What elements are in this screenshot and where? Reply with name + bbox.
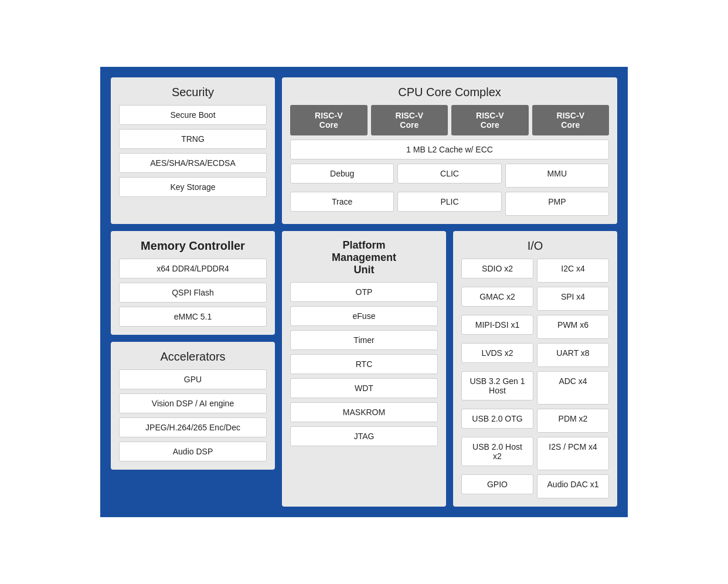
- io-item: SPI x4: [537, 287, 609, 311]
- security-item: TRNG: [119, 129, 267, 149]
- cpu-core-1: RISC-VCore: [290, 105, 368, 135]
- security-item: AES/SHA/RSA/ECDSA: [119, 153, 267, 173]
- io-item: UART x8: [537, 343, 609, 367]
- pmu-items: OTPeFuseTimerRTCWDTMASKROMJTAG: [290, 282, 438, 446]
- cpu-title: CPU Core Complex: [290, 86, 609, 99]
- cpu-pmp: PMP: [505, 192, 609, 216]
- memory-block: Memory Controller x64 DDR4/LPDDR4QSPI Fl…: [111, 231, 275, 335]
- io-row: LVDS x2UART x8: [461, 343, 609, 367]
- io-row: USB 2.0 OTGPDM x2: [461, 409, 609, 433]
- io-item: GPIO: [461, 474, 533, 494]
- io-row: USB 2.0 Host x2I2S / PCM x4: [461, 437, 609, 470]
- io-item: Audio DAC x1: [537, 474, 609, 498]
- io-row: SDIO x2I2C x4: [461, 259, 609, 283]
- memory-item: x64 DDR4/LPDDR4: [119, 259, 267, 279]
- io-item: ADC x4: [537, 371, 609, 405]
- io-item: I2S / PCM x4: [537, 437, 609, 470]
- security-title: Security: [119, 86, 267, 99]
- cpu-clic: CLIC: [397, 164, 501, 184]
- io-items: SDIO x2I2C x4GMAC x2SPI x4MIPI-DSI x1PWM…: [461, 259, 609, 498]
- chip-diagram: Security Secure BootTRNGAES/SHA/RSA/ECDS…: [100, 67, 628, 517]
- pmu-item: WDT: [290, 378, 438, 398]
- pmu-title: PlatformManagementUnit: [290, 239, 438, 276]
- io-item: MIPI-DSI x1: [461, 315, 533, 335]
- accelerators-block: Accelerators GPUVision DSP / AI engineJP…: [111, 342, 275, 470]
- accelerator-item: Audio DSP: [119, 442, 267, 461]
- cpu-mmu: MMU: [505, 164, 609, 188]
- cpu-block: CPU Core Complex RISC-VCore RISC-VCore R…: [282, 77, 617, 224]
- cpu-core-4: RISC-VCore: [532, 105, 610, 135]
- cpu-debug: Debug: [290, 164, 394, 184]
- io-item: LVDS x2: [461, 343, 533, 363]
- cpu-core-2: RISC-VCore: [371, 105, 448, 135]
- pmu-item: eFuse: [290, 306, 438, 326]
- cpu-core-3: RISC-VCore: [451, 105, 529, 135]
- io-item: PWM x6: [537, 315, 609, 339]
- io-row: USB 3.2 Gen 1 HostADC x4: [461, 371, 609, 405]
- pmu-item: MASKROM: [290, 402, 438, 422]
- accelerator-items: GPUVision DSP / AI engineJPEG/H.264/265 …: [119, 369, 267, 461]
- io-item: GMAC x2: [461, 287, 533, 307]
- memory-title: Memory Controller: [119, 239, 267, 253]
- cpu-plic: PLIC: [397, 192, 501, 212]
- cpu-cores-row: RISC-VCore RISC-VCore RISC-VCore RISC-VC…: [290, 105, 609, 135]
- memory-item: eMMC 5.1: [119, 307, 267, 327]
- io-item: USB 2.0 Host x2: [461, 437, 533, 466]
- accelerator-item: Vision DSP / AI engine: [119, 393, 267, 413]
- io-row: GPIOAudio DAC x1: [461, 474, 609, 498]
- accelerator-item: JPEG/H.264/265 Enc/Dec: [119, 417, 267, 437]
- cpu-row1: Debug CLIC MMU: [290, 164, 609, 188]
- io-item: SDIO x2: [461, 259, 533, 279]
- security-block: Security Secure BootTRNGAES/SHA/RSA/ECDS…: [111, 77, 275, 224]
- pmu-item: RTC: [290, 354, 438, 374]
- pmu-item: Timer: [290, 330, 438, 350]
- io-item: PDM x2: [537, 409, 609, 433]
- io-row: MIPI-DSI x1PWM x6: [461, 315, 609, 339]
- io-row: GMAC x2SPI x4: [461, 287, 609, 311]
- io-title: I/O: [461, 239, 609, 253]
- memory-items: x64 DDR4/LPDDR4QSPI FlasheMMC 5.1: [119, 259, 267, 327]
- io-item: USB 2.0 OTG: [461, 409, 533, 429]
- accelerator-item: GPU: [119, 369, 267, 389]
- cpu-cache: 1 MB L2 Cache w/ ECC: [290, 140, 609, 159]
- cpu-trace: Trace: [290, 192, 394, 212]
- io-block: I/O SDIO x2I2C x4GMAC x2SPI x4MIPI-DSI x…: [453, 231, 617, 507]
- io-item: USB 3.2 Gen 1 Host: [461, 371, 533, 400]
- security-item: Secure Boot: [119, 105, 267, 125]
- accelerators-title: Accelerators: [119, 350, 267, 364]
- security-items: Secure BootTRNGAES/SHA/RSA/ECDSAKey Stor…: [119, 105, 267, 197]
- security-item: Key Storage: [119, 177, 267, 197]
- io-item: I2C x4: [537, 259, 609, 283]
- left-column: Memory Controller x64 DDR4/LPDDR4QSPI Fl…: [111, 231, 275, 507]
- pmu-item: OTP: [290, 282, 438, 302]
- pmu-item: JTAG: [290, 426, 438, 446]
- memory-item: QSPI Flash: [119, 283, 267, 303]
- pmu-block: PlatformManagementUnit OTPeFuseTimerRTCW…: [282, 231, 446, 507]
- cpu-row2: Trace PLIC PMP: [290, 192, 609, 216]
